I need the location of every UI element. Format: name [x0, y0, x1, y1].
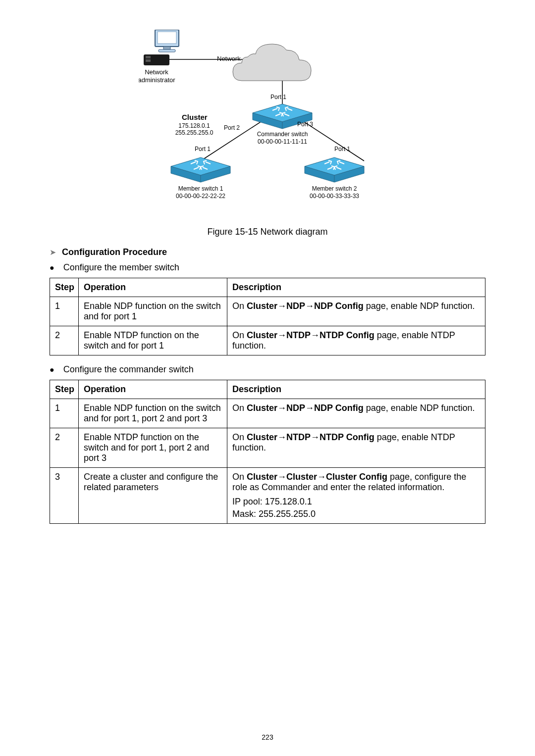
port2-label: Port 2: [224, 124, 240, 131]
cell-step: 1: [50, 297, 79, 326]
desc-bold: Cluster→NTDP→NTDP Config: [247, 330, 374, 340]
section-title: Configuration Procedure: [62, 247, 167, 257]
table-row: 2 Enable NTDP function on the switch and…: [50, 326, 485, 355]
desc-pre: On: [232, 330, 247, 340]
network-cloud-icon: [233, 44, 311, 81]
table-header-row: Step Operation Description: [50, 380, 485, 399]
desc-bold: Cluster→Cluster→Cluster Config: [247, 472, 387, 482]
page: Network administrator Network Port 1 Por…: [0, 0, 535, 756]
bullet-icon: ●: [50, 263, 54, 272]
cell-op: Enable NDP function on the switch and fo…: [79, 399, 227, 428]
member1-switch-icon: [171, 157, 230, 182]
desc-pre: On: [232, 472, 247, 482]
cluster-mask: 255.255.255.0: [175, 129, 214, 136]
commander-name: Commander switch: [257, 131, 308, 138]
cell-op: Enable NDP function on the switch and fo…: [79, 297, 227, 326]
cell-desc: On Cluster→NTDP→NTDP Config page, enable…: [227, 428, 485, 468]
table-row: 1 Enable NDP function on the switch and …: [50, 399, 485, 428]
th-description: Description: [227, 380, 485, 399]
member2-mac: 00-00-00-33-33-33: [310, 193, 359, 200]
admin-label-2: administrator: [139, 76, 175, 84]
svg-rect-9: [146, 56, 151, 58]
cell-step: 3: [50, 468, 79, 524]
svg-rect-7: [159, 50, 175, 52]
port1-top-label: Port 1: [270, 94, 286, 101]
page-number: 223: [0, 733, 535, 741]
commander-mac: 00-00-00-11-11-11: [258, 138, 307, 145]
cell-step: 2: [50, 428, 79, 468]
desc-post: page, enable NDP function.: [364, 403, 475, 413]
cell-desc: On Cluster→NDP→NDP Config page, enable N…: [227, 399, 485, 428]
member2-switch-icon: [305, 157, 364, 182]
bullet-commander-text: Configure the commander switch: [63, 364, 194, 375]
port3-label: Port 3: [297, 121, 313, 128]
desc-bold: Cluster→NDP→NDP Config: [247, 301, 364, 311]
table-header-row: Step Operation Description: [50, 278, 485, 297]
network-diagram: Network administrator Network Port 1 Por…: [139, 30, 396, 237]
desc-extra1: IP pool: 175.128.0.1: [232, 497, 480, 507]
th-step: Step: [50, 380, 79, 399]
pc-icon: [144, 30, 179, 65]
th-operation: Operation: [79, 380, 227, 399]
chevron-icon: ➤: [50, 248, 56, 257]
table-row: 3 Create a cluster and configure the rel…: [50, 468, 485, 524]
cluster-ip: 175.128.0.1: [178, 122, 210, 129]
member1-name: Member switch 1: [178, 185, 223, 192]
cell-desc: On Cluster→NTDP→NTDP Config page, enable…: [227, 326, 485, 355]
cluster-title: Cluster: [182, 113, 208, 121]
port1-left-label: Port 1: [195, 146, 211, 152]
svg-rect-10: [146, 59, 151, 62]
table-row: 1 Enable NDP function on the switch and …: [50, 297, 485, 326]
desc-pre: On: [232, 432, 247, 442]
table-row: 2 Enable NTDP function on the switch and…: [50, 428, 485, 468]
cell-desc: On Cluster→Cluster→Cluster Config page, …: [227, 468, 485, 524]
cell-op: Create a cluster and configure the relat…: [79, 468, 227, 524]
diagram-svg: Network administrator Network Port 1 Por…: [139, 30, 396, 218]
member1-mac: 00-00-00-22-22-22: [176, 193, 225, 200]
member-table: Step Operation Description 1 Enable NDP …: [50, 278, 485, 355]
svg-rect-6: [163, 47, 170, 50]
cell-op: Enable NTDP function on the switch and f…: [79, 428, 227, 468]
cell-op: Enable NTDP function on the switch and f…: [79, 326, 227, 355]
desc-post: page, enable NDP function.: [364, 301, 475, 311]
desc-extra2: Mask: 255.255.255.0: [232, 509, 480, 519]
desc-bold: Cluster→NTDP→NTDP Config: [247, 432, 374, 442]
desc-pre: On: [232, 301, 247, 311]
desc-bold: Cluster→NDP→NDP Config: [247, 403, 364, 413]
network-label: Network: [217, 55, 241, 62]
commander-table: Step Operation Description 1 Enable NDP …: [50, 380, 485, 524]
cell-step: 2: [50, 326, 79, 355]
figure-caption: Figure 15-15 Network diagram: [139, 227, 396, 237]
bullet-member-text: Configure the member switch: [63, 262, 179, 273]
cell-step: 1: [50, 399, 79, 428]
cell-desc: On Cluster→NDP→NDP Config page, enable N…: [227, 297, 485, 326]
th-operation: Operation: [79, 278, 227, 297]
admin-label-1: Network: [145, 68, 168, 76]
svg-rect-5: [158, 32, 176, 44]
member2-name: Member switch 2: [312, 185, 357, 192]
bullet-icon: ●: [50, 365, 54, 374]
th-description: Description: [227, 278, 485, 297]
th-step: Step: [50, 278, 79, 297]
desc-pre: On: [232, 403, 247, 413]
port1-right-label: Port 1: [334, 146, 350, 152]
